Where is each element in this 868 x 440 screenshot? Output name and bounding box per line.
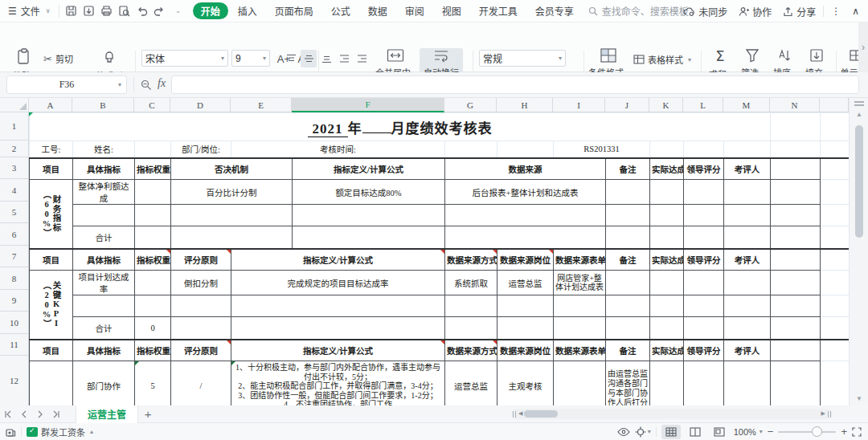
cell-formula-criteria[interactable]: 1、十分积极主动，参与部门内外配合协作，遇事主动参与付出不计较，5分； 2、能主…: [231, 361, 445, 406]
cell[interactable]: [771, 205, 821, 226]
cell[interactable]: [724, 361, 771, 406]
font-name-select[interactable]: 宋体▾: [141, 50, 228, 67]
vertical-scroll-thumb[interactable]: [855, 125, 863, 238]
tab-member[interactable]: 会员专享: [527, 4, 582, 18]
cell[interactable]: [724, 180, 771, 205]
cell[interactable]: [684, 271, 724, 295]
cell-header[interactable]: 评分原则: [171, 340, 231, 361]
row-header-6[interactable]: 6: [0, 223, 29, 246]
cell[interactable]: [821, 113, 849, 141]
cell[interactable]: [771, 340, 821, 361]
cell-source-form[interactable]: 网店管家+整体计划达成表: [554, 271, 606, 295]
cell-source[interactable]: 后台报表+整体计划和达成表: [445, 180, 606, 205]
cell-header[interactable]: 考评人: [724, 249, 771, 271]
cell-grid[interactable]: 2021年月度绩效考核表 工号: 姓名: 部门/岗位: 考核时间: RS2013…: [29, 112, 849, 405]
cell[interactable]: [135, 226, 171, 249]
cell-source-method[interactable]: 系统抓取: [445, 271, 497, 295]
cell-total-weight[interactable]: 0: [135, 317, 171, 340]
normal-view-button[interactable]: [661, 425, 681, 439]
cell-header[interactable]: 备注: [606, 158, 650, 180]
cell-indicator[interactable]: 项目计划达成率: [73, 271, 135, 295]
cell[interactable]: [606, 226, 650, 249]
fx-insert-function-button[interactable]: fx: [158, 77, 166, 90]
print-button[interactable]: [98, 2, 116, 21]
share-button[interactable]: 分享: [779, 0, 820, 22]
cell-indicator[interactable]: 部门协作: [73, 361, 135, 406]
col-header-L[interactable]: L: [683, 98, 723, 112]
scroll-down-icon[interactable]: ▼: [856, 395, 862, 402]
cell[interactable]: [724, 141, 771, 158]
cell[interactable]: [497, 317, 554, 340]
cell[interactable]: [231, 317, 445, 340]
payslip-broadcast-button[interactable]: 群发工资条 ▴: [22, 423, 98, 440]
cell-code[interactable]: RS201331: [554, 141, 650, 158]
row-header-8[interactable]: 8: [0, 267, 29, 290]
prev-sheet-button[interactable]: [16, 405, 32, 423]
row-header-12[interactable]: 12: [0, 356, 29, 405]
cell-category-kpi[interactable]: （20%）关键KPI: [30, 271, 73, 340]
cell[interactable]: [554, 295, 606, 317]
cell-header[interactable]: 指标定义/计算公式: [231, 340, 445, 361]
cell[interactable]: [684, 226, 724, 249]
cell-header[interactable]: 实际达成: [650, 249, 684, 271]
cell-header[interactable]: 数据来源表单: [554, 340, 606, 361]
save-button[interactable]: [63, 2, 80, 21]
cell[interactable]: [445, 295, 497, 317]
zoom-level-button[interactable]: 100%▾: [734, 427, 763, 437]
cell-header[interactable]: 考评人: [724, 340, 771, 361]
cell[interactable]: [554, 317, 606, 340]
cell-header[interactable]: 数据来源表单: [554, 249, 606, 271]
horizontal-scrollbar[interactable]: ◀ ▶: [511, 409, 833, 419]
cell[interactable]: [724, 271, 771, 295]
cell[interactable]: [771, 249, 821, 271]
main-menu-button[interactable]: ☰ 文件 ∨: [0, 0, 55, 22]
cell[interactable]: [821, 249, 849, 271]
cell[interactable]: [684, 295, 724, 317]
cell[interactable]: [771, 113, 821, 141]
cell[interactable]: [650, 295, 684, 317]
row-header-3[interactable]: 3: [0, 157, 29, 179]
cell[interactable]: [30, 361, 73, 406]
scrollbar-grip[interactable]: [513, 411, 516, 418]
cell[interactable]: [724, 295, 771, 317]
ribbon-overflow-button[interactable]: ›: [858, 22, 868, 72]
align-top-button[interactable]: [283, 50, 299, 67]
cell[interactable]: [771, 295, 821, 317]
cell[interactable]: [606, 205, 650, 226]
zoom-in-button[interactable]: +: [841, 426, 847, 438]
cell-header[interactable]: 领导评分: [684, 340, 724, 361]
horizontal-scroll-thumb[interactable]: [524, 410, 558, 418]
tab-data[interactable]: 数据: [360, 4, 395, 18]
fullscreen-button[interactable]: [852, 427, 862, 437]
cell-time-label[interactable]: 考核时间:: [231, 141, 445, 158]
cell-total[interactable]: 合计: [73, 317, 135, 340]
cell-rule[interactable]: 百分比计分制: [171, 180, 293, 205]
cell[interactable]: [650, 180, 684, 205]
cell[interactable]: [171, 205, 293, 226]
cell-header[interactable]: 评分原则: [171, 249, 231, 271]
cell[interactable]: [821, 271, 849, 295]
cell[interactable]: [171, 295, 231, 317]
next-sheet-button[interactable]: [32, 405, 48, 423]
cell[interactable]: [650, 141, 684, 158]
cell-header[interactable]: 实际达成: [650, 340, 684, 361]
cell-category-financial[interactable]: （60%）财务指标: [30, 180, 73, 249]
cell[interactable]: [445, 226, 606, 249]
zoom-out-button[interactable]: −: [768, 426, 774, 438]
cell[interactable]: [171, 317, 231, 340]
add-sheet-button[interactable]: +: [138, 405, 158, 423]
tab-developer[interactable]: 开发工具: [471, 4, 526, 18]
cell[interactable]: [684, 361, 724, 406]
cell[interactable]: [821, 158, 849, 180]
zoom-slider-knob[interactable]: [812, 426, 822, 437]
cell[interactable]: [445, 205, 606, 226]
cell-header[interactable]: 项目: [30, 249, 73, 271]
cell-emp-no[interactable]: 工号:: [30, 141, 73, 158]
cell[interactable]: [684, 205, 724, 226]
cell[interactable]: [135, 295, 171, 317]
row-header-1[interactable]: 1: [0, 112, 29, 141]
row-header-2[interactable]: 2: [0, 141, 29, 157]
cell[interactable]: [684, 180, 724, 205]
cell-header[interactable]: 指标权重: [135, 340, 171, 361]
collaborate-button[interactable]: 协作: [735, 0, 776, 22]
